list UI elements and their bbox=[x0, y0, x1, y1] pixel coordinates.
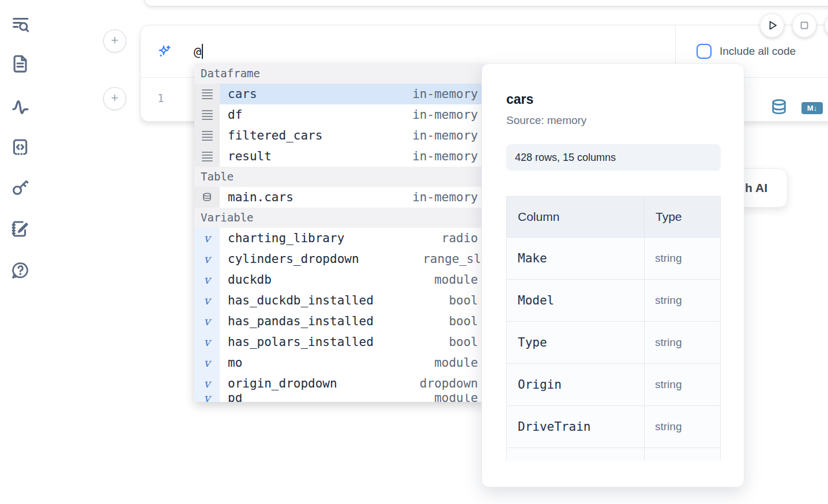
add-cell-above-button[interactable]: + bbox=[103, 29, 126, 52]
variable-icon: v bbox=[204, 253, 210, 265]
preview-table-row: Type string bbox=[507, 322, 721, 364]
autocomplete-item-name: has_polars_installed bbox=[228, 335, 374, 349]
autocomplete-item[interactable]: v main.cars in-memory bbox=[194, 187, 487, 208]
autocomplete-item[interactable]: v has_duckdb_installed bool bbox=[194, 290, 487, 311]
autocomplete-item-name: filtered_cars bbox=[228, 129, 322, 142]
file-icon[interactable] bbox=[10, 54, 30, 73]
preview-column-name: Model bbox=[507, 280, 645, 322]
autocomplete-item-detail: radio bbox=[442, 231, 478, 245]
activity-icon[interactable] bbox=[10, 96, 30, 115]
previous-cell-edge bbox=[144, 0, 828, 6]
autocomplete-item[interactable]: v pd module bbox=[194, 394, 487, 402]
preview-table-row: Model string bbox=[507, 280, 721, 322]
preview-column-name: Type bbox=[507, 322, 645, 364]
autocomplete-item[interactable]: v cars in-memory bbox=[194, 84, 487, 104]
autocomplete-list: Dataframe v cars in-memory bbox=[194, 63, 487, 402]
autocomplete-item-detail: in-memory bbox=[412, 108, 478, 122]
scratchpad-icon[interactable] bbox=[10, 219, 30, 239]
autocomplete-item-name: cylinders_dropdown bbox=[228, 252, 359, 266]
include-all-code-checkbox[interactable] bbox=[697, 44, 712, 59]
autocomplete-item-name: main.cars bbox=[228, 190, 293, 204]
autocomplete-item-detail: dropdown bbox=[420, 377, 478, 390]
autocomplete-item[interactable]: v result in-memory bbox=[194, 146, 487, 167]
preview-table-row: DriveTrain string bbox=[507, 406, 721, 448]
preview-type-header: Type bbox=[645, 197, 721, 238]
snippets-icon[interactable] bbox=[10, 137, 30, 157]
dataframe-icon bbox=[202, 89, 213, 99]
autocomplete-section-header: Dataframe bbox=[194, 63, 487, 84]
autocomplete-item[interactable]: v cylinders_dropdown range_sli bbox=[194, 249, 487, 269]
autocomplete-item[interactable]: v origin_dropdown dropdown bbox=[194, 373, 487, 394]
autocomplete-item-name: duckdb bbox=[228, 273, 272, 287]
play-icon bbox=[765, 18, 780, 33]
generate-with-ai-label: h AI bbox=[745, 181, 767, 195]
autocomplete-item[interactable]: v filtered_cars in-memory bbox=[194, 125, 487, 146]
autocomplete-item-detail: bool bbox=[449, 314, 478, 328]
autocomplete-section-header: Table bbox=[194, 167, 487, 187]
stop-icon bbox=[797, 18, 812, 33]
preview-column-type: string bbox=[645, 280, 721, 322]
preview-shape-badge: 428 rows, 15 columns bbox=[506, 144, 721, 171]
stop-cell-button[interactable] bbox=[792, 13, 816, 37]
preview-column-type: string bbox=[645, 238, 721, 280]
ai-prompt-value: @ bbox=[194, 44, 201, 59]
preview-table-row: Origin string bbox=[507, 364, 721, 406]
table-icon bbox=[202, 192, 212, 203]
ai-prompt-input[interactable]: @ bbox=[194, 44, 203, 59]
autocomplete-item-name: has_duckdb_installed bbox=[228, 294, 374, 307]
preview-column-type: string bbox=[645, 406, 721, 448]
variable-icon: v bbox=[204, 378, 210, 389]
preview-column-name bbox=[507, 448, 645, 461]
autocomplete-item-detail: in-memory bbox=[412, 149, 478, 163]
autocomplete-item-detail: range_sli bbox=[423, 252, 487, 266]
preview-column-type: string bbox=[645, 364, 721, 406]
variable-icon: v bbox=[204, 394, 210, 402]
markdown-badge[interactable]: M↓ bbox=[801, 102, 823, 114]
line-number: 1 bbox=[157, 92, 164, 104]
autocomplete-item-name: origin_dropdown bbox=[228, 377, 337, 390]
preview-column-name: Make bbox=[507, 238, 645, 280]
variable-icon: v bbox=[204, 315, 210, 327]
autocomplete-item-detail: in-memory bbox=[412, 129, 478, 142]
database-icon[interactable] bbox=[770, 99, 788, 117]
include-all-code-label: Include all code bbox=[720, 45, 796, 58]
autocomplete-item[interactable]: v mo module bbox=[194, 352, 487, 373]
preview-table-row: Make string bbox=[507, 238, 721, 280]
autocomplete-item[interactable]: v df in-memory bbox=[194, 104, 487, 125]
autocomplete-item-detail: module bbox=[434, 394, 478, 402]
autocomplete-item-name: mo bbox=[228, 356, 242, 370]
autocomplete-item[interactable]: v duckdb module bbox=[194, 269, 487, 290]
toc-search-icon[interactable] bbox=[10, 14, 30, 33]
preview-column-type bbox=[645, 448, 721, 461]
ai-sparkle-icon bbox=[157, 44, 172, 59]
autocomplete-item-name: result bbox=[228, 149, 272, 163]
dataframe-icon bbox=[202, 110, 213, 120]
dataframe-icon bbox=[202, 131, 213, 141]
autocomplete-item-detail: in-memory bbox=[412, 190, 478, 204]
autocomplete-item[interactable]: v has_pandas_installed bool bbox=[194, 311, 487, 332]
keys-icon[interactable] bbox=[10, 178, 30, 197]
preview-table: Column Type Make string Model string Typ… bbox=[506, 196, 721, 461]
text-caret bbox=[202, 44, 203, 59]
autocomplete-item-detail: bool bbox=[449, 335, 478, 349]
autocomplete-item-name: cars bbox=[228, 87, 257, 101]
help-icon[interactable] bbox=[10, 261, 30, 280]
preview-title: cars bbox=[506, 92, 721, 107]
variable-icon: v bbox=[204, 336, 210, 348]
preview-column-header: Column bbox=[507, 197, 645, 238]
preview-table-row bbox=[507, 448, 721, 461]
variable-icon: v bbox=[204, 232, 210, 244]
autocomplete-dropdown: Dataframe v cars in-memory bbox=[194, 63, 487, 402]
preview-column-type: string bbox=[645, 322, 721, 364]
preview-source: Source: memory bbox=[506, 114, 721, 127]
run-cell-button[interactable] bbox=[760, 13, 784, 37]
preview-table-body: Make string Model string Type string Ori… bbox=[507, 238, 721, 461]
autocomplete-item[interactable]: v has_polars_installed bool bbox=[194, 332, 487, 352]
autocomplete-item-detail: in-memory bbox=[412, 87, 478, 101]
add-cell-below-button[interactable]: + bbox=[103, 87, 126, 110]
autocomplete-item-detail: bool bbox=[449, 294, 478, 307]
preview-column-name: Origin bbox=[507, 364, 645, 406]
autocomplete-section-header: Variable bbox=[194, 208, 487, 228]
variable-icon: v bbox=[204, 357, 210, 368]
autocomplete-item[interactable]: v charting_library radio bbox=[194, 228, 487, 249]
